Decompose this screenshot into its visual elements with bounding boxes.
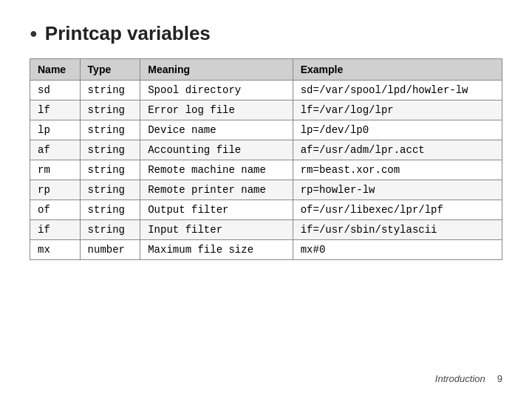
cell-type: string xyxy=(80,200,140,220)
table-row: lpstringDevice namelp=/dev/lp0 xyxy=(30,120,502,140)
title-row: ● Printcap variables xyxy=(30,22,502,45)
footer: Introduction 9 xyxy=(30,366,502,384)
cell-example: of=/usr/libexec/lpr/lpf xyxy=(293,200,502,220)
bullet-icon: ● xyxy=(30,27,38,41)
cell-meaning: Remote machine name xyxy=(140,160,293,180)
cell-example: rp=howler-lw xyxy=(293,180,502,200)
col-header-example: Example xyxy=(293,59,502,81)
cell-meaning: Remote printer name xyxy=(140,180,293,200)
table-row: ofstringOutput filterof=/usr/libexec/lpr… xyxy=(30,200,502,220)
cell-type: string xyxy=(80,100,140,120)
cell-example: sd=/var/spool/lpd/howler-lw xyxy=(293,81,502,100)
table-row: afstringAccounting fileaf=/usr/adm/lpr.a… xyxy=(30,140,502,160)
cell-meaning: Maximum file size xyxy=(140,240,293,260)
cell-example: lf=/var/log/lpr xyxy=(293,100,502,120)
table-row: sdstringSpool directorysd=/var/spool/lpd… xyxy=(30,81,502,100)
table-row: rpstringRemote printer namerp=howler-lw xyxy=(30,180,502,200)
cell-type: number xyxy=(80,240,140,260)
table-row: mxnumberMaximum file sizemx#0 xyxy=(30,240,502,260)
cell-example: af=/usr/adm/lpr.acct xyxy=(293,140,502,160)
cell-name: rp xyxy=(30,180,81,200)
page-title: Printcap variables xyxy=(45,22,211,45)
cell-type: string xyxy=(80,180,140,200)
table-row: ifstringInput filterif=/usr/sbin/stylasc… xyxy=(30,220,502,240)
cell-name: af xyxy=(30,140,81,160)
cell-name: sd xyxy=(30,81,81,100)
page: ● Printcap variables Name Type Meaning E… xyxy=(0,0,532,399)
footer-page: 9 xyxy=(497,373,502,384)
cell-type: string xyxy=(80,220,140,240)
cell-example: rm=beast.xor.com xyxy=(293,160,502,180)
cell-name: rm xyxy=(30,160,81,180)
col-header-meaning: Meaning xyxy=(140,59,293,81)
table-header-row: Name Type Meaning Example xyxy=(30,59,502,81)
printcap-table: Name Type Meaning Example sdstringSpool … xyxy=(30,58,502,260)
cell-name: lf xyxy=(30,100,81,120)
cell-type: string xyxy=(80,160,140,180)
cell-type: string xyxy=(80,81,140,100)
footer-label: Introduction xyxy=(435,373,485,384)
cell-name: lp xyxy=(30,120,81,140)
table-row: lfstringError log filelf=/var/log/lpr xyxy=(30,100,502,120)
cell-meaning: Spool directory xyxy=(140,81,293,100)
cell-meaning: Error log file xyxy=(140,100,293,120)
cell-name: if xyxy=(30,220,81,240)
cell-name: of xyxy=(30,200,81,220)
table-row: rmstringRemote machine namerm=beast.xor.… xyxy=(30,160,502,180)
col-header-name: Name xyxy=(30,59,81,81)
cell-name: mx xyxy=(30,240,81,260)
cell-meaning: Input filter xyxy=(140,220,293,240)
cell-type: string xyxy=(80,140,140,160)
cell-example: mx#0 xyxy=(293,240,502,260)
cell-type: string xyxy=(80,120,140,140)
cell-meaning: Output filter xyxy=(140,200,293,220)
cell-example: if=/usr/sbin/stylascii xyxy=(293,220,502,240)
cell-meaning: Device name xyxy=(140,120,293,140)
col-header-type: Type xyxy=(80,59,140,81)
cell-meaning: Accounting file xyxy=(140,140,293,160)
cell-example: lp=/dev/lp0 xyxy=(293,120,502,140)
